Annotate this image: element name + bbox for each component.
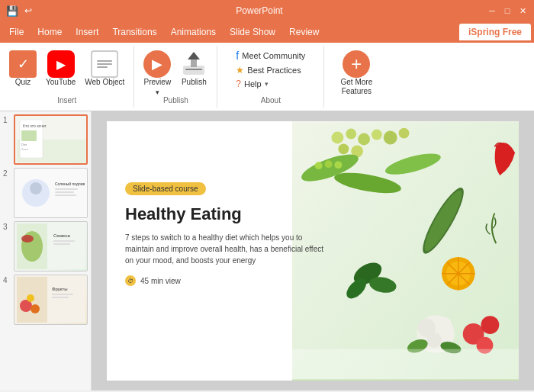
svg-rect-68 bbox=[292, 349, 519, 380]
svg-point-21 bbox=[21, 235, 34, 243]
slide-image-1: Кто это хочет Diet Книга bbox=[14, 114, 88, 165]
publish-group-label: Publish bbox=[134, 96, 217, 104]
save-icon[interactable]: 💾 bbox=[6, 5, 18, 17]
getmore-items: + Get More Features bbox=[330, 46, 382, 108]
facebook-icon: f bbox=[236, 50, 239, 62]
webobject-button[interactable]: Web Object bbox=[82, 49, 127, 88]
about-group-label: About bbox=[217, 96, 323, 104]
youtube-label: YouTube bbox=[46, 78, 76, 87]
course-badge: Slide-based course bbox=[125, 182, 206, 195]
getmore-icon: + bbox=[343, 50, 370, 78]
svg-rect-24 bbox=[53, 243, 70, 245]
svg-rect-32 bbox=[52, 297, 69, 298]
app-title: PowerPoint bbox=[32, 5, 487, 16]
preview-button[interactable]: ▶ Preview ▾ bbox=[140, 49, 174, 98]
best-practices-label: Best Practices bbox=[247, 66, 301, 75]
quiz-label: Quiz bbox=[15, 78, 31, 87]
minimize-button[interactable]: ─ bbox=[487, 5, 497, 16]
svg-point-36 bbox=[358, 133, 370, 146]
slide-description: 7 steps to switch to a healthy diet whic… bbox=[125, 232, 323, 266]
slide-num-1: 1 bbox=[3, 114, 14, 165]
preview-icon: ▶ bbox=[143, 50, 171, 78]
ribbon-group-publish: ▶ Preview ▾ Publish Publish bbox=[134, 46, 217, 108]
svg-rect-23 bbox=[53, 240, 75, 242]
webobj-icon bbox=[91, 50, 118, 78]
help-label: Help bbox=[244, 79, 262, 88]
slide-canvas: Slide-based course Healthy Eating 7 step… bbox=[107, 121, 519, 381]
svg-rect-16 bbox=[55, 191, 74, 193]
svg-rect-15 bbox=[55, 188, 78, 190]
svg-point-38 bbox=[384, 131, 397, 145]
menu-insert[interactable]: Insert bbox=[69, 24, 105, 40]
slide-panel[interactable]: 1 Кто это хочет Diet Книга 2 bbox=[0, 111, 92, 390]
slide-image-2: Соленый подлив bbox=[14, 168, 88, 218]
svg-rect-8 bbox=[21, 130, 37, 141]
title-bar: 💾 ↩ PowerPoint ─ □ ✕ bbox=[0, 0, 534, 21]
duration-badge: ⏱ 45 min view bbox=[125, 275, 323, 286]
svg-rect-3 bbox=[185, 69, 202, 70]
ribbon-group-about: f Meet Community ★ Best Practices ? Help… bbox=[217, 46, 324, 108]
menu-home[interactable]: Home bbox=[31, 24, 68, 40]
quiz-icon: ✓ bbox=[9, 50, 37, 78]
quiz-button[interactable]: ✓ Quiz bbox=[6, 49, 40, 88]
best-practices-link[interactable]: ★ Best Practices bbox=[234, 64, 307, 76]
clock-icon: ⏱ bbox=[125, 275, 136, 286]
publish-label: Publish bbox=[182, 78, 207, 87]
publish-icon bbox=[180, 50, 207, 78]
slide-title: Healthy Eating bbox=[125, 204, 323, 224]
preview-label: Preview bbox=[144, 78, 172, 87]
get-more-button[interactable]: + Get More Features bbox=[330, 49, 382, 98]
star-icon: ★ bbox=[236, 65, 244, 76]
svg-point-28 bbox=[31, 304, 40, 313]
webobj-label: Web Object bbox=[85, 78, 124, 87]
title-bar-left: 💾 ↩ bbox=[6, 5, 32, 17]
svg-text:Соленый подлив: Соленый подлив bbox=[55, 182, 85, 186]
help-dropdown: ▾ bbox=[265, 80, 269, 88]
menu-file[interactable]: File bbox=[3, 24, 30, 40]
slide-image-4: Фрукты bbox=[14, 275, 88, 325]
menu-bar: Insert File Home Insert Transitions Anim… bbox=[0, 21, 534, 43]
undo-icon[interactable]: ↩ bbox=[24, 5, 32, 16]
svg-rect-17 bbox=[55, 194, 76, 196]
svg-text:Diet: Diet bbox=[21, 143, 27, 146]
svg-point-62 bbox=[426, 333, 442, 348]
help-link[interactable]: ? Help ▾ bbox=[234, 78, 307, 90]
slide-num-4: 4 bbox=[3, 275, 14, 325]
meet-community-link[interactable]: f Meet Community bbox=[234, 49, 307, 63]
slide-num-3: 3 bbox=[3, 221, 14, 272]
slide-content: Slide-based course Healthy Eating 7 step… bbox=[125, 182, 323, 286]
slide-thumb-3[interactable]: 3 Семена bbox=[3, 221, 88, 272]
maximize-button[interactable]: □ bbox=[502, 5, 513, 16]
svg-text:Семена: Семена bbox=[53, 233, 70, 238]
close-button[interactable]: ✕ bbox=[517, 5, 528, 16]
ribbon-group-getmore: + Get More Features bbox=[324, 46, 388, 108]
ribbon: ✓ Quiz ▶ YouTube Web Object Insert bbox=[0, 43, 534, 111]
svg-point-13 bbox=[30, 182, 42, 194]
svg-point-55 bbox=[481, 316, 500, 334]
help-icon: ? bbox=[236, 79, 241, 89]
svg-point-34 bbox=[331, 132, 343, 144]
menu-slideshow[interactable]: Slide Show bbox=[224, 24, 281, 40]
insert-group-label: Insert bbox=[0, 96, 134, 104]
menu-animations[interactable]: Animations bbox=[165, 24, 222, 40]
svg-point-46 bbox=[325, 160, 333, 168]
slide-thumb-4[interactable]: 4 Фрукты bbox=[3, 275, 88, 325]
tab-ispring-free[interactable]: iSpring Free bbox=[459, 24, 531, 40]
menu-transitions[interactable]: Transitions bbox=[106, 24, 162, 40]
meet-community-label: Meet Community bbox=[242, 51, 305, 60]
menu-review[interactable]: Review bbox=[283, 24, 325, 40]
youtube-button[interactable]: ▶ YouTube bbox=[43, 49, 79, 88]
svg-point-40 bbox=[338, 143, 349, 154]
svg-point-47 bbox=[334, 161, 342, 169]
svg-point-37 bbox=[372, 130, 382, 140]
svg-text:Кто это хочет: Кто это хочет bbox=[23, 124, 47, 128]
slide-image-3: Семена bbox=[14, 221, 88, 272]
publish-button[interactable]: Publish bbox=[177, 49, 211, 88]
slide-thumb-1[interactable]: 1 Кто это хочет Diet Книга bbox=[3, 114, 88, 165]
editor-area: Slide-based course Healthy Eating 7 step… bbox=[92, 111, 534, 390]
slide-thumb-2[interactable]: 2 Соленый подлив bbox=[3, 168, 88, 218]
preview-dropdown-arrow: ▾ bbox=[156, 88, 159, 96]
ribbon-group-insert: ✓ Quiz ▶ YouTube Web Object Insert bbox=[0, 46, 134, 108]
svg-point-29 bbox=[27, 294, 34, 302]
slide-num-2: 2 bbox=[3, 168, 14, 218]
